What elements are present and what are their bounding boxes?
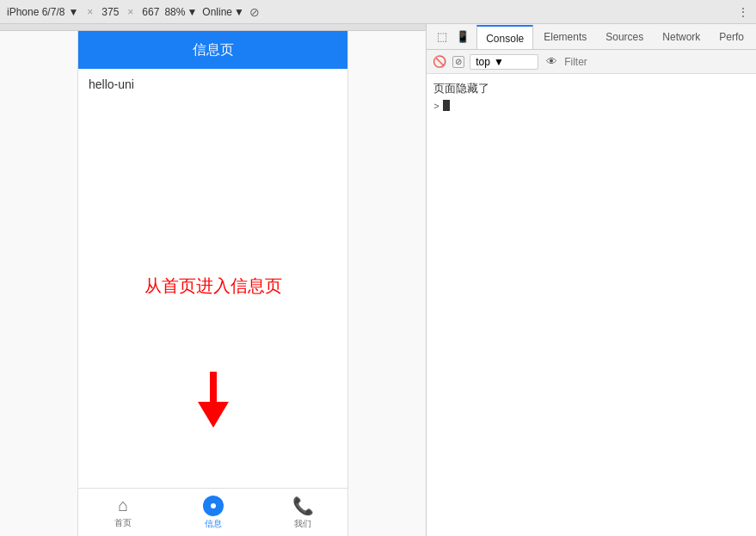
page-title: 信息页 [193,41,234,59]
orientation-icon[interactable]: ⊘ [249,5,260,19]
phone-simulator: 信息页 hello-uni 从首页进入信息页 ⌂ 首页 [0,24,427,536]
context-value: top [476,56,490,68]
device-selector[interactable]: iPhone 6/7/8 ▼ [7,6,78,18]
more-options-button[interactable]: ⋮ [737,5,749,19]
filter-area [564,56,751,68]
console-output: 页面隐藏了 > [427,74,756,536]
console-message: 页面隐藏了 [433,81,489,96]
tab-home[interactable]: ⌂ 首页 [78,496,168,529]
devtools-tabs: ⬚ 📱 Console Elements Sources Network Per… [427,24,756,50]
phone-body: hello-uni 从首页进入信息页 [78,69,347,488]
tab-us[interactable]: 📞 我们 [258,496,347,530]
tab-network[interactable]: Network [654,25,709,49]
cursor-indicator [443,100,450,111]
tab-home-label: 首页 [114,517,132,529]
tab-us-label: 我们 [294,518,311,530]
home-icon: ⌂ [118,496,128,515]
arrow-stem [210,372,217,402]
toolbar-divider-2: × [127,6,133,18]
info-bubble [203,496,224,516]
inspect-element-icon[interactable]: ⬚ [433,28,451,46]
devtools-panel: ⬚ 📱 Console Elements Sources Network Per… [427,24,756,536]
height-display: 667 [142,6,159,18]
context-dropdown-icon: ▼ [494,56,504,68]
context-selector[interactable]: top ▼ [470,54,538,70]
zoom-selector[interactable]: 88% ▼ [164,6,197,18]
tab-elements[interactable]: Elements [535,25,595,49]
device-toggle-icon[interactable]: 📱 [454,28,471,46]
device-label: iPhone 6/7/8 [7,6,65,18]
phone-icon: 📞 [292,496,314,516]
network-throttle[interactable]: Online ▼ [202,6,244,18]
arrow-indicator [198,372,229,428]
arrow-head [198,402,229,428]
center-message: 从首页进入信息页 [144,274,282,297]
width-display: 375 [101,6,119,18]
tab-info-label: 信息 [205,518,222,530]
console-entry-1: 页面隐藏了 [433,79,749,98]
tab-info[interactable]: 信息 [168,496,257,530]
filter-input[interactable] [564,56,693,68]
tab-bar: ⌂ 首页 信息 📞 我们 [78,488,347,536]
bubble-dot [211,503,216,508]
devtools-icons-left: ⬚ 📱 [430,28,475,46]
eye-icon[interactable]: 👁 [544,54,559,70]
main-area: 信息页 hello-uni 从首页进入信息页 ⌂ 首页 [0,24,756,536]
phone-screen: 信息页 hello-uni 从首页进入信息页 ⌂ 首页 [77,31,348,536]
tab-performance[interactable]: Perfo [710,25,753,49]
console-entry-expand[interactable]: > [433,98,749,113]
phone-scrollbar[interactable] [0,24,426,31]
clear-console-icon[interactable]: 🚫 [432,54,447,70]
device-arrow-icon: ▼ [68,6,78,18]
page-header: 信息页 [78,31,347,69]
expand-icon[interactable]: > [433,101,439,111]
toolbar-divider-1: × [87,6,93,18]
hello-text: hello-uni [89,77,337,91]
tab-console[interactable]: Console [476,25,533,49]
top-toolbar: iPhone 6/7/8 ▼ × 375 × 667 88% ▼ Online … [0,0,756,24]
devtools-toolbar: 🚫 ⊘ top ▼ 👁 [427,50,756,74]
preserve-log-icon[interactable]: ⊘ [452,56,464,68]
tab-sources[interactable]: Sources [597,25,652,49]
